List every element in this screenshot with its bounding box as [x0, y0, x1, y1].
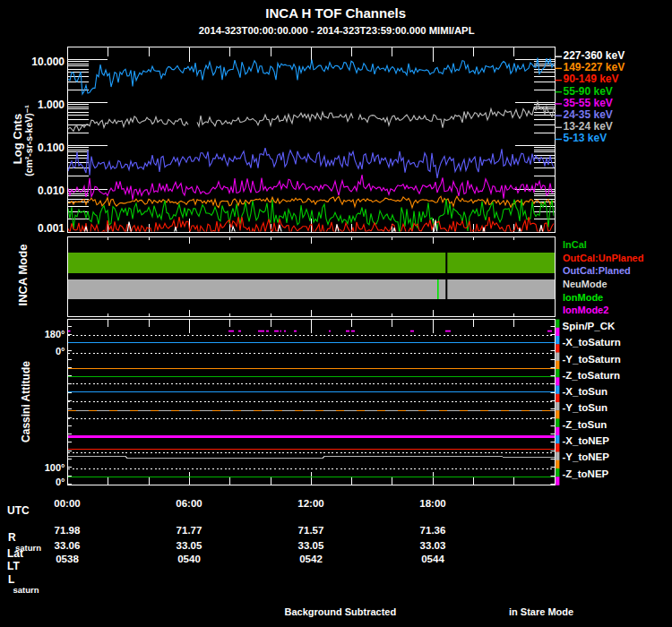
svg-text:0.100: 0.100: [38, 142, 65, 154]
svg-text:13-24 keV: 13-24 keV: [564, 120, 613, 133]
svg-text:71.98: 71.98: [55, 525, 81, 536]
svg-text:Log Cnts: Log Cnts: [11, 114, 24, 164]
svg-text:Cassini Attitude: Cassini Attitude: [20, 361, 32, 442]
svg-text:0540: 0540: [177, 554, 201, 564]
svg-text:OutCal:UnPlaned: OutCal:UnPlaned: [563, 253, 643, 263]
svg-text:-X_toSaturn: -X_toSaturn: [563, 337, 621, 348]
svg-text:Lat: Lat: [7, 547, 23, 560]
svg-text:0544: 0544: [421, 554, 444, 564]
svg-text:06:00: 06:00: [176, 498, 202, 509]
svg-text:90-149 keV: 90-149 keV: [564, 73, 619, 85]
svg-text:OutCal:Planed: OutCal:Planed: [563, 265, 631, 276]
svg-text:-X_toNEP: -X_toNEP: [563, 435, 610, 446]
svg-text:10.000: 10.000: [31, 56, 65, 68]
svg-text:-Z_toSun: -Z_toSun: [563, 419, 607, 430]
svg-text:5-13 keV: 5-13 keV: [564, 132, 607, 144]
svg-text:227-360 keV: 227-360 keV: [564, 49, 625, 62]
svg-text:2014-323T00:00:00.000 - 2014-3: 2014-323T00:00:00.000 - 2014-323T23:59:0…: [199, 25, 475, 36]
svg-text:0.010: 0.010: [38, 185, 65, 197]
svg-text:71.57: 71.57: [298, 525, 324, 536]
svg-text:NeuMode: NeuMode: [563, 279, 607, 289]
svg-text:00:00: 00:00: [54, 498, 80, 509]
svg-text:12:00: 12:00: [297, 498, 323, 509]
svg-text:33.05: 33.05: [298, 540, 324, 551]
svg-text:-Y_toNEP: -Y_toNEP: [563, 451, 610, 462]
svg-text:1.000: 1.000: [38, 99, 65, 111]
svg-text:149-227 keV: 149-227 keV: [564, 61, 625, 73]
svg-text:saturn: saturn: [13, 585, 39, 595]
svg-text:0538: 0538: [56, 554, 79, 564]
svg-text:180°: 180°: [45, 329, 65, 339]
svg-text:100°: 100°: [45, 462, 65, 473]
svg-text:71.77: 71.77: [177, 525, 202, 536]
svg-text:-Y_toSaturn: -Y_toSaturn: [563, 354, 621, 365]
svg-text:INCA Mode: INCA Mode: [16, 245, 30, 306]
svg-text:-Z_toNEP: -Z_toNEP: [563, 468, 609, 479]
svg-text:35-55 keV: 35-55 keV: [564, 97, 613, 109]
svg-text:-Y_toSun: -Y_toSun: [563, 402, 607, 413]
svg-text:InCal: InCal: [563, 239, 587, 250]
svg-text:18:00: 18:00: [419, 498, 445, 509]
svg-text:0542: 0542: [299, 554, 323, 564]
svg-text:INCA H TOF Channels: INCA H TOF Channels: [265, 5, 406, 21]
svg-text:in Stare Mode: in Stare Mode: [509, 606, 573, 617]
svg-text:(cm²-sr-s-keV)⁻¹: (cm²-sr-s-keV)⁻¹: [23, 105, 34, 176]
svg-text:Background Subtracted: Background Subtracted: [285, 606, 397, 617]
svg-text:55-90 keV: 55-90 keV: [564, 85, 613, 98]
svg-text:0.001: 0.001: [38, 222, 65, 235]
svg-text:24-35 keV: 24-35 keV: [564, 108, 613, 121]
svg-text:-X_toSun: -X_toSun: [563, 386, 607, 397]
svg-text:33.06: 33.06: [55, 540, 81, 551]
svg-text:0°: 0°: [56, 477, 65, 487]
svg-text:-Z_toSaturn: -Z_toSaturn: [563, 370, 621, 381]
svg-text:IonMode: IonMode: [563, 292, 603, 303]
svg-text:33.05: 33.05: [177, 540, 202, 551]
svg-text:0°: 0°: [56, 346, 65, 356]
svg-text:71.36: 71.36: [420, 525, 446, 536]
svg-text:LT: LT: [7, 560, 20, 572]
svg-text:IonMode2: IonMode2: [563, 305, 608, 315]
svg-text:Spin/P_CK: Spin/P_CK: [563, 321, 616, 331]
svg-text:33.03: 33.03: [420, 540, 446, 551]
svg-text:UTC: UTC: [7, 504, 30, 517]
